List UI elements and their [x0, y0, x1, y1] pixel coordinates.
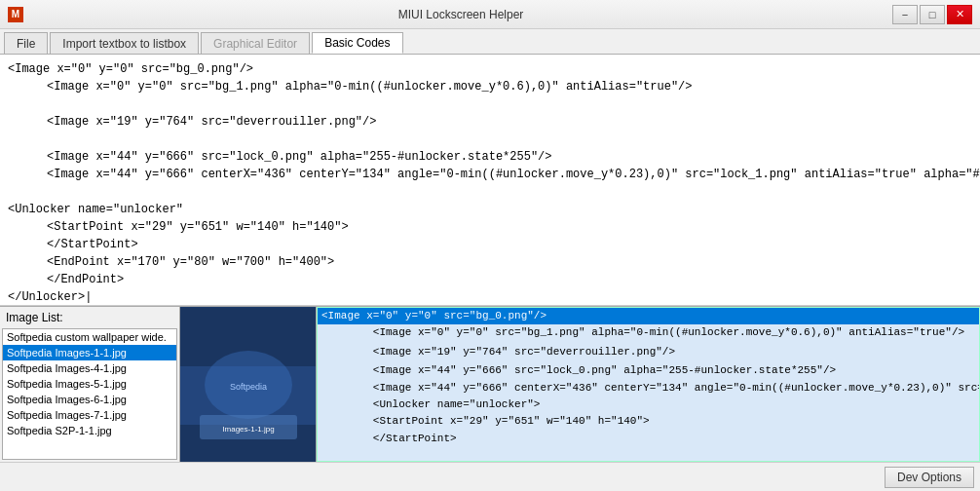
list-item[interactable]: Softpedia Images-6-1.jpg: [3, 392, 176, 407]
code-line: <Image x="0" y="0" src="bg_0.png"/>: [8, 60, 972, 78]
list-item[interactable]: Softpedia Images-5-1.jpg: [3, 376, 176, 392]
code-line: <Image x="19" y="764" src="deverrouiller…: [8, 113, 972, 131]
tab-graphical: Graphical Editor: [201, 32, 310, 54]
close-button[interactable]: ✕: [947, 5, 972, 24]
dev-options-button[interactable]: Dev Options: [885, 467, 974, 488]
tab-import[interactable]: Import textbox to listbox: [50, 32, 199, 54]
svg-text:Softpedia: Softpedia: [230, 382, 267, 392]
code-line: <Image x="44" y="666" src="lock_0.png" a…: [8, 148, 972, 166]
app-icon: M: [8, 7, 23, 22]
code-line: <EndPoint x="170" y="80" w="700" h="400"…: [8, 253, 972, 271]
code-preview-scroll[interactable]: <Image x="0" y="0" src="bg_0.png"/> <Ima…: [317, 307, 980, 462]
restore-button[interactable]: □: [920, 5, 945, 24]
image-preview-panel: Softpedia Images-1-1.jpg: [180, 307, 317, 462]
list-item[interactable]: Softpedia S2P-1-1.jpg: [3, 423, 176, 438]
title-bar: M MIUI Lockscreen Helper − □ ✕: [0, 0, 980, 29]
code-preview-panel: <Image x="0" y="0" src="bg_0.png"/> <Ima…: [317, 307, 980, 462]
preview-image: Softpedia Images-1-1.jpg: [180, 308, 316, 462]
image-list-panel: Image List: Softpedia custom wallpaper w…: [0, 307, 180, 462]
bottom-action-bar: Dev Options: [0, 462, 980, 491]
code-preview-line: <Image x="19" y="764" src="deverrouiller…: [318, 344, 979, 360]
image-listbox[interactable]: Softpedia custom wallpaper wide.Softpedi…: [2, 328, 177, 460]
code-preview-line: </StartPoint>: [318, 431, 979, 447]
code-preview-line: <StartPoint x="29" y="651" w="140" h="14…: [318, 413, 979, 430]
list-item[interactable]: Softpedia Images-1-1.jpg: [3, 345, 176, 360]
code-line: <Unlocker name="unlocker": [8, 201, 972, 218]
tab-basic[interactable]: Basic Codes: [312, 32, 402, 54]
tab-bar: FileImport textbox to listboxGraphical E…: [0, 29, 980, 55]
list-item[interactable]: Softpedia Images-4-1.jpg: [3, 360, 176, 376]
window-controls: − □ ✕: [892, 5, 972, 24]
code-line: </Unlocker>|: [8, 288, 972, 306]
bottom-panel: Image List: Softpedia custom wallpaper w…: [0, 306, 980, 462]
code-preview-line: <Image x="0" y="0" src="bg_1.png" alpha=…: [318, 324, 979, 341]
tab-file[interactable]: File: [4, 32, 48, 54]
code-line: [8, 183, 972, 201]
list-item[interactable]: Softpedia Images-7-1.jpg: [3, 407, 176, 423]
code-line: [8, 131, 972, 148]
code-line: </StartPoint>: [8, 236, 972, 253]
code-preview-line: <Image x="44" y="666" centerX="436" cent…: [318, 380, 979, 397]
window-title: MIUI Lockscreen Helper: [29, 8, 892, 21]
code-line: [8, 95, 972, 113]
minimize-button[interactable]: −: [892, 5, 918, 24]
code-line: </EndPoint>: [8, 271, 972, 288]
svg-text:Images-1-1.jpg: Images-1-1.jpg: [222, 425, 274, 434]
image-list-label: Image List:: [2, 309, 177, 328]
code-preview-line: <Unlocker name="unlocker">: [318, 397, 979, 413]
code-line: <Image x="0" y="0" src="bg_1.png" alpha=…: [8, 78, 972, 95]
list-item[interactable]: Softpedia custom wallpaper wide.: [3, 329, 176, 345]
code-editor[interactable]: <Image x="0" y="0" src="bg_0.png"/><Imag…: [0, 55, 980, 306]
code-preview-line: <Image x="0" y="0" src="bg_0.png"/>: [318, 308, 979, 324]
code-line: <Image x="44" y="666" centerX="436" cent…: [8, 166, 972, 183]
code-preview-line: <Image x="44" y="666" src="lock_0.png" a…: [318, 362, 979, 379]
code-line: <StartPoint x="29" y="651" w="140" h="14…: [8, 218, 972, 236]
main-container: <Image x="0" y="0" src="bg_0.png"/><Imag…: [0, 55, 980, 491]
